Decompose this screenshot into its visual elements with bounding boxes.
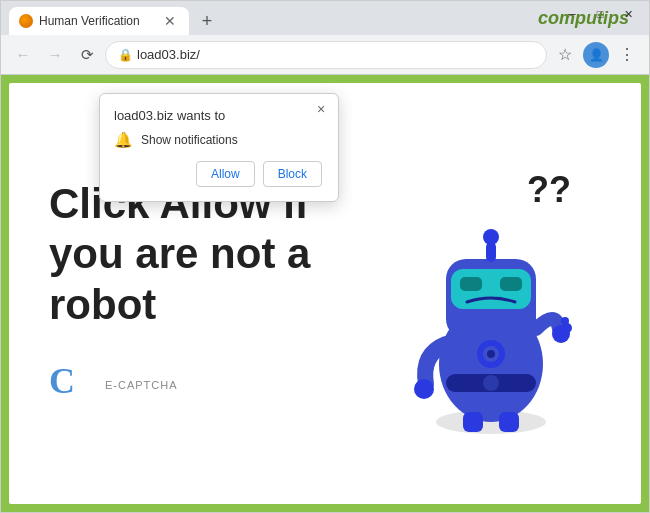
popup-buttons: Allow Block: [114, 161, 322, 187]
robot-area: ??: [381, 154, 601, 434]
captcha-logo: C: [49, 360, 97, 408]
main-content: Click Allow if you are not a robot C E-C…: [49, 179, 381, 408]
bookmark-button[interactable]: ☆: [551, 41, 579, 69]
address-bar: ← → ⟳ 🔒 load03.biz/ ☆ 👤 ⋮: [1, 35, 649, 75]
profile-icon[interactable]: 👤: [583, 42, 609, 68]
title-bar: Human Verification ✕ + computips ─ □ ✕: [1, 1, 649, 35]
heading-line3: robot: [49, 281, 156, 328]
window-controls: ─ □ ✕: [559, 5, 641, 23]
menu-button[interactable]: ⋮: [613, 41, 641, 69]
popup-site-title: load03.biz wants to: [114, 108, 322, 123]
tab-favicon: [19, 14, 33, 28]
allow-button[interactable]: Allow: [196, 161, 255, 187]
tab-close-button[interactable]: ✕: [161, 12, 179, 30]
svg-point-13: [561, 317, 569, 325]
popup-close-button[interactable]: ×: [312, 100, 330, 118]
minimize-button[interactable]: ─: [559, 5, 585, 23]
bell-icon: 🔔: [114, 131, 133, 149]
url-text: load03.biz/: [137, 47, 200, 62]
forward-button[interactable]: →: [41, 41, 69, 69]
captcha-label: E-CAPTCHA: [105, 379, 178, 391]
close-window-button[interactable]: ✕: [615, 5, 641, 23]
address-bar-actions: ☆ 👤 ⋮: [551, 41, 641, 69]
svg-point-3: [483, 375, 499, 391]
popup-notification-row: 🔔 Show notifications: [114, 131, 322, 149]
question-marks: ??: [527, 169, 571, 211]
svg-rect-7: [500, 277, 522, 291]
svg-rect-18: [499, 412, 519, 432]
back-button[interactable]: ←: [9, 41, 37, 69]
svg-point-16: [487, 350, 495, 358]
svg-point-10: [414, 379, 434, 399]
page-inner: × load03.biz wants to 🔔 Show notificatio…: [9, 83, 641, 504]
reload-button[interactable]: ⟳: [73, 41, 101, 69]
new-tab-button[interactable]: +: [193, 7, 221, 35]
tab-title: Human Verification: [39, 14, 153, 28]
address-input[interactable]: 🔒 load03.biz/: [105, 41, 547, 69]
lock-icon: 🔒: [118, 48, 133, 62]
captcha-c-letter: C: [49, 361, 75, 401]
popup-notification-text: Show notifications: [141, 133, 238, 147]
svg-point-9: [483, 229, 499, 245]
heading-line2: you are not a: [49, 230, 310, 277]
maximize-button[interactable]: □: [587, 5, 613, 23]
notification-popup: × load03.biz wants to 🔔 Show notificatio…: [99, 93, 339, 202]
tab-area: Human Verification ✕ +: [9, 1, 221, 35]
captcha-area: C E-CAPTCHA: [49, 360, 381, 408]
browser-tab[interactable]: Human Verification ✕: [9, 7, 189, 35]
page-content-background: × load03.biz wants to 🔔 Show notificatio…: [1, 75, 649, 512]
svg-rect-17: [463, 412, 483, 432]
svg-rect-6: [460, 277, 482, 291]
block-button[interactable]: Block: [263, 161, 322, 187]
browser-frame: Human Verification ✕ + computips ─ □ ✕ ←…: [0, 0, 650, 513]
